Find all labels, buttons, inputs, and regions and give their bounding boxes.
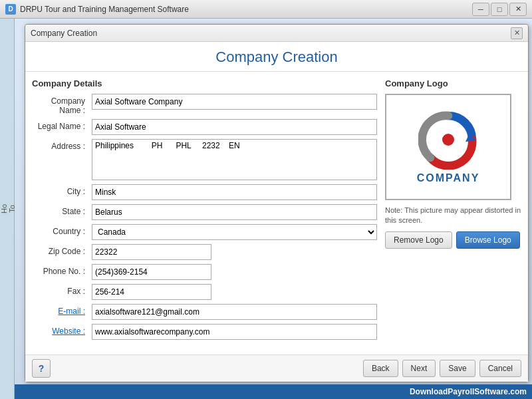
country-row: Country : Canada <box>32 224 377 240</box>
maximize-button[interactable]: □ <box>491 3 508 16</box>
country-select[interactable]: Canada <box>92 224 377 240</box>
email-input[interactable] <box>92 304 377 320</box>
form-section-title: Company Details <box>32 78 377 88</box>
state-row: State : <box>32 204 377 220</box>
fax-input[interactable] <box>92 284 211 300</box>
form-section: Company Details Company Name : Legal Nam… <box>32 78 377 348</box>
website-row: Website : <box>32 324 377 340</box>
zip-input[interactable] <box>92 244 211 260</box>
legal-name-row: Legal Name : <box>32 119 377 135</box>
website-label[interactable]: Website : <box>32 324 92 336</box>
logo-section: Company Logo <box>385 78 521 348</box>
remove-logo-button[interactable]: Remove Logo <box>385 231 452 249</box>
company-name-input[interactable] <box>92 94 377 110</box>
next-button[interactable]: Next <box>402 360 436 377</box>
logo-box: COMPANY <box>385 94 511 200</box>
email-label[interactable]: E-mail : <box>32 304 92 316</box>
app-close-button[interactable]: ✕ <box>509 3 527 16</box>
title-bar-text: DRPU Tour and Training Management Softwa… <box>20 5 472 14</box>
dialog-heading: Company Creation <box>25 42 528 72</box>
address-label: Address : <box>32 139 92 151</box>
phone-label: Phone No. : <box>32 264 92 276</box>
state-label: State : <box>32 204 92 216</box>
legal-name-label: Legal Name : <box>32 119 92 131</box>
city-label: City : <box>32 184 92 196</box>
legal-name-input[interactable] <box>92 119 377 135</box>
fax-row: Fax : <box>32 284 377 300</box>
zip-row: Zip Code : <box>32 244 377 260</box>
sidebar-label-ho: Ho <box>0 204 8 213</box>
browse-logo-button[interactable]: Browse Logo <box>456 231 520 249</box>
address-input[interactable]: Philippines PH PHL 2232 EN <box>92 139 377 180</box>
email-row: E-mail : <box>32 304 377 320</box>
company-logo-svg <box>418 110 478 170</box>
company-name-label: Company Name : <box>32 94 92 115</box>
main-content: Company Creation ✕ Company Creation Comp… <box>15 19 532 399</box>
city-input[interactable] <box>92 184 377 200</box>
fax-label: Fax : <box>32 284 92 296</box>
country-label: Country : <box>32 224 92 236</box>
address-row: Address : Philippines PH PHL 2232 EN <box>32 139 377 180</box>
company-creation-dialog: Company Creation ✕ Company Creation Comp… <box>25 24 529 382</box>
title-bar-controls: ─ □ ✕ <box>472 3 527 16</box>
left-sidebar: Ho To <box>0 19 15 399</box>
dialog-titlebar: Company Creation ✕ <box>25 25 528 42</box>
back-button[interactable]: Back <box>363 360 398 377</box>
logo-note: Note: This picture may appear distorted … <box>385 205 521 226</box>
title-bar: D DRPU Tour and Training Management Soft… <box>0 0 532 19</box>
logo-buttons: Remove Logo Browse Logo <box>385 231 521 249</box>
dialog-container: Company Creation ✕ Company Creation Comp… <box>15 19 532 399</box>
company-name-row: Company Name : <box>32 94 377 115</box>
dialog-body: Company Details Company Name : Legal Nam… <box>25 72 528 354</box>
watermark: DownloadPayrollSoftware.com <box>15 384 532 399</box>
minimize-button[interactable]: ─ <box>472 3 489 16</box>
logo-section-title: Company Logo <box>385 78 521 88</box>
app-icon: D <box>5 4 16 15</box>
cancel-button[interactable]: Cancel <box>479 360 521 377</box>
logo-company-text: COMPANY <box>417 172 480 184</box>
phone-input[interactable] <box>92 264 211 280</box>
save-button[interactable]: Save <box>440 360 475 377</box>
app-body: Ho To Company Creation ✕ Company Creatio… <box>0 19 532 399</box>
help-button[interactable]: ? <box>32 359 51 378</box>
dialog-close-button[interactable]: ✕ <box>511 27 523 39</box>
svg-point-0 <box>442 134 454 146</box>
state-input[interactable] <box>92 204 377 220</box>
zip-label: Zip Code : <box>32 244 92 256</box>
dialog-footer: ? Back Next Save Cancel <box>25 354 528 382</box>
dialog-title: Company Creation <box>31 29 511 38</box>
city-row: City : <box>32 184 377 200</box>
phone-row: Phone No. : <box>32 264 377 280</box>
website-input[interactable] <box>92 324 377 340</box>
